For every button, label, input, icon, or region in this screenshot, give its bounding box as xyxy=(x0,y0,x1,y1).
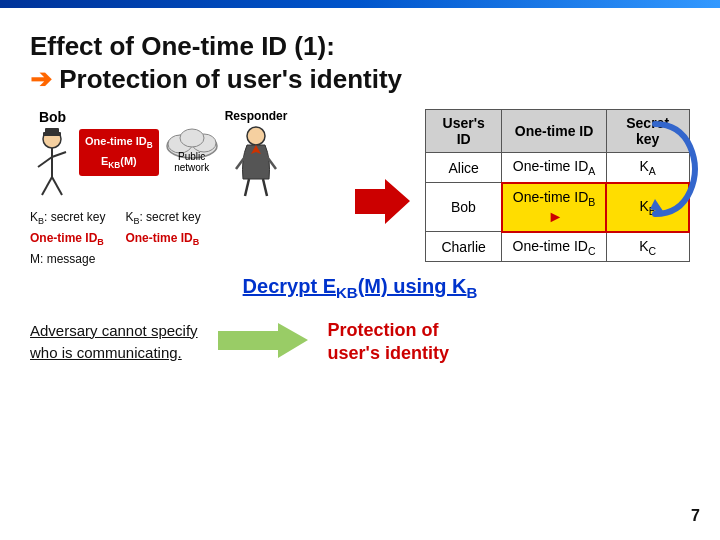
table-row-charlie: Charlie One-time IDC KC xyxy=(426,232,690,262)
arrow-icon: ➔ xyxy=(30,64,52,94)
svg-line-6 xyxy=(42,177,52,195)
bob-label: Bob xyxy=(39,109,66,125)
legend-message: M: message xyxy=(30,252,95,266)
bottom-green-arrow xyxy=(218,323,308,362)
network-cloud: Publicnetwork xyxy=(162,124,222,173)
network-label: Publicnetwork xyxy=(174,151,209,173)
responder-container: Responder xyxy=(225,109,288,199)
protection-text: Protection of user's identity xyxy=(328,319,449,366)
svg-line-5 xyxy=(52,152,66,157)
svg-point-12 xyxy=(247,127,265,145)
bob-arrow-icon: ► xyxy=(548,208,564,225)
legend-right-kb: KB: secret key xyxy=(125,210,200,224)
svg-point-11 xyxy=(180,129,204,147)
bottom-legend: KB: secret key One-time IDB M: message K… xyxy=(30,208,340,269)
legend-kb: KB: secret key xyxy=(30,210,105,224)
responder-label: Responder xyxy=(225,109,288,123)
bottom-section: Adversary cannot specify who is communic… xyxy=(30,319,690,366)
bob-onetimeid: One-time IDB ► xyxy=(502,183,606,232)
table-header-onetimeid: One-time ID xyxy=(502,110,606,153)
svg-marker-20 xyxy=(218,323,308,358)
alice-onetimeid: One-time IDA xyxy=(502,153,606,183)
responder-figure xyxy=(231,124,281,199)
page-number: 7 xyxy=(691,507,700,525)
main-content: Bob xyxy=(30,109,690,269)
green-arrow-icon xyxy=(218,323,308,358)
table-header-userid: User's ID xyxy=(426,110,502,153)
svg-rect-2 xyxy=(45,128,59,133)
right-section: User's ID One-time ID Secret key Alice O… xyxy=(425,109,690,269)
message-box: One-time IDB EKB(M) xyxy=(79,129,159,176)
alice-userid: Alice xyxy=(426,153,502,183)
protection-line2: user's identity xyxy=(328,343,449,363)
svg-marker-18 xyxy=(355,179,410,224)
slide: Effect of One-time ID (1): ➔ Protection … xyxy=(0,0,720,540)
legend-right-onetimeid: One-time IDB xyxy=(125,231,199,245)
svg-line-7 xyxy=(52,177,62,195)
charlie-onetimeid: One-time IDC xyxy=(502,232,606,262)
charlie-userid: Charlie xyxy=(426,232,502,262)
svg-line-17 xyxy=(263,179,267,196)
bob-figure xyxy=(30,127,75,202)
title-line1: Effect of One-time ID (1): xyxy=(30,31,335,61)
large-red-arrow xyxy=(355,139,410,269)
adversary-text: Adversary cannot specify who is communic… xyxy=(30,320,198,365)
svg-line-4 xyxy=(38,157,52,167)
legend-onetimeid: One-time IDB xyxy=(30,231,104,245)
blue-curve-arrow xyxy=(645,119,700,223)
blue-arrow-icon xyxy=(645,119,700,219)
svg-line-16 xyxy=(245,179,249,196)
red-arrow-icon xyxy=(355,179,410,224)
charlie-secretkey: KC xyxy=(606,232,689,262)
bob-container: Bob xyxy=(30,109,75,202)
adversary-line1: Adversary cannot specify xyxy=(30,322,198,339)
protection-line1: Protection of xyxy=(328,320,439,340)
legend-left: KB: secret key One-time IDB M: message xyxy=(30,208,105,269)
adversary-line2: who is communicating. xyxy=(30,344,182,361)
legend-right: KB: secret key One-time IDB xyxy=(125,208,200,269)
slide-title: Effect of One-time ID (1): ➔ Protection … xyxy=(30,30,690,95)
bob-userid: Bob xyxy=(426,183,502,232)
left-section: Bob xyxy=(30,109,340,269)
decrypt-line: Decrypt EKB(M) using KB xyxy=(30,275,690,301)
title-line2: Protection of user's identity xyxy=(59,64,402,94)
